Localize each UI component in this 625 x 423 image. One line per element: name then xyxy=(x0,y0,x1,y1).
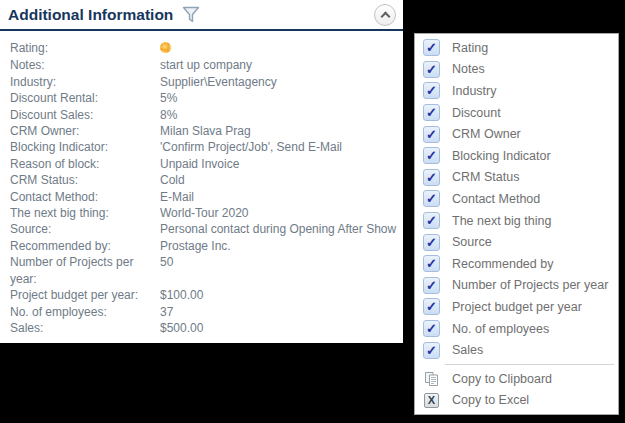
field-label: Project budget per year: xyxy=(10,287,160,303)
menu-item-project-budget-per-year[interactable]: ✓ Project budget per year xyxy=(417,296,616,318)
checkbox-checked-icon[interactable]: ✓ xyxy=(423,39,440,56)
panel-header: Additional Information xyxy=(0,0,403,31)
menu-item-number-of-projects-per-year[interactable]: ✓ Number of Projects per year xyxy=(417,275,616,297)
field-value: E-Mail xyxy=(160,189,399,205)
field-row-industry: Industry: Supplier\Eventagency xyxy=(10,74,399,90)
checkbox-checked-icon[interactable]: ✓ xyxy=(423,255,440,272)
field-value-text: Prostage Inc. xyxy=(160,239,231,253)
field-label: CRM Status: xyxy=(10,172,160,188)
menu-item-copy-to-clipboard[interactable]: Copy to Clipboard xyxy=(417,368,616,390)
field-label: Discount Sales: xyxy=(10,107,160,123)
field-row-contact-method: Contact Method: E-Mail xyxy=(10,189,399,205)
check-glyph: ✓ xyxy=(426,300,437,313)
field-row-number-of-projects-per-year: Number of Projects per year: 50 xyxy=(10,254,399,287)
field-label: Reason of block: xyxy=(10,156,160,172)
filter-icon[interactable] xyxy=(182,6,200,23)
checkbox-checked-icon[interactable]: ✓ xyxy=(423,320,440,337)
field-row-the-next-big-thing: The next big thing: World-Tour 2020 xyxy=(10,205,399,221)
menu-item-label: Copy to Clipboard xyxy=(452,372,552,386)
field-label: Number of Projects per year: xyxy=(10,254,160,287)
checkbox-checked-icon[interactable]: ✓ xyxy=(423,212,440,229)
field-value-text: 50 xyxy=(160,255,173,269)
field-value: start up company xyxy=(160,57,399,73)
check-glyph: ✓ xyxy=(426,344,437,357)
field-value-text: Cold xyxy=(160,173,185,187)
field-label: Sales: xyxy=(10,320,160,336)
menu-item-sales[interactable]: ✓ Sales xyxy=(417,339,616,361)
sun-icon xyxy=(160,42,171,53)
menu-item-discount[interactable]: ✓ Discount xyxy=(417,102,616,124)
field-value: Unpaid Invoice xyxy=(160,156,399,172)
field-value: 5% xyxy=(160,90,399,106)
menu-item-label: Sales xyxy=(452,343,483,357)
menu-item-crm-owner[interactable]: ✓ CRM Owner xyxy=(417,123,616,145)
check-glyph: ✓ xyxy=(426,128,437,141)
checkbox-checked-icon[interactable]: ✓ xyxy=(423,61,440,78)
field-label: Rating: xyxy=(10,40,160,57)
column-chooser-context-menu: ✓ Rating ✓ Notes xyxy=(414,33,619,415)
field-value-text: start up company xyxy=(160,58,252,72)
field-value: Milan Slava Prag xyxy=(160,123,399,139)
menu-item-contact-method[interactable]: ✓ Contact Method xyxy=(417,188,616,210)
field-value-text: E-Mail xyxy=(160,190,194,204)
menu-item-label: Recommended by xyxy=(452,257,553,271)
field-value-text: 8% xyxy=(160,108,177,122)
menu-item-label: Copy to Excel xyxy=(452,393,529,407)
check-glyph: ✓ xyxy=(426,84,437,97)
field-value-text: 37 xyxy=(160,305,173,319)
menu-item-notes[interactable]: ✓ Notes xyxy=(417,59,616,81)
field-row-crm-owner: CRM Owner: Milan Slava Prag xyxy=(10,123,399,139)
checkbox-checked-icon[interactable]: ✓ xyxy=(423,82,440,99)
field-value: 50 xyxy=(160,254,399,287)
field-label: The next big thing: xyxy=(10,205,160,221)
clipboard-icon xyxy=(423,370,440,387)
menu-item-industry[interactable]: ✓ Industry xyxy=(417,80,616,102)
field-row-rating: Rating: xyxy=(10,40,399,57)
check-glyph: ✓ xyxy=(426,257,437,270)
menu-separator xyxy=(445,364,614,365)
checkbox-checked-icon[interactable]: ✓ xyxy=(423,342,440,359)
menu-item-the-next-big-thing[interactable]: ✓ The next big thing xyxy=(417,210,616,232)
field-value-text: Unpaid Invoice xyxy=(160,157,239,171)
menu-item-label: Project budget per year xyxy=(452,300,582,314)
field-value: 8% xyxy=(160,107,399,123)
check-glyph: ✓ xyxy=(426,192,437,205)
menu-item-rating[interactable]: ✓ Rating xyxy=(417,37,616,59)
menu-item-copy-to-excel[interactable]: X Copy to Excel xyxy=(417,390,616,412)
menu-item-recommended-by[interactable]: ✓ Recommended by xyxy=(417,253,616,275)
field-value-text: 5% xyxy=(160,91,177,105)
field-value: 37 xyxy=(160,304,399,320)
checkbox-checked-icon[interactable]: ✓ xyxy=(423,298,440,315)
checkbox-checked-icon[interactable]: ✓ xyxy=(423,190,440,207)
checkbox-checked-icon[interactable]: ✓ xyxy=(423,104,440,121)
field-value: Cold xyxy=(160,172,399,188)
field-row-crm-status: CRM Status: Cold xyxy=(10,172,399,188)
menu-item-blocking-indicator[interactable]: ✓ Blocking Indicator xyxy=(417,145,616,167)
menu-item-no-of-employees[interactable]: ✓ No. of employees xyxy=(417,318,616,340)
checkbox-checked-icon[interactable]: ✓ xyxy=(423,169,440,186)
checkbox-checked-icon[interactable]: ✓ xyxy=(423,126,440,143)
field-row-source: Source: Personal contact during Opening … xyxy=(10,221,399,237)
field-label: No. of employees: xyxy=(10,304,160,320)
field-row-discount-rental: Discount Rental: 5% xyxy=(10,90,399,106)
menu-item-label: The next big thing xyxy=(452,214,551,228)
check-glyph: ✓ xyxy=(426,171,437,184)
collapse-button[interactable] xyxy=(374,4,396,26)
chevron-up-icon xyxy=(380,12,390,22)
field-row-blocking-indicator: Blocking Indicator: 'Confirm Project/Job… xyxy=(10,139,399,155)
check-glyph: ✓ xyxy=(426,149,437,162)
checkbox-checked-icon[interactable]: ✓ xyxy=(423,234,440,251)
field-label: Discount Rental: xyxy=(10,90,160,106)
menu-item-label: CRM Owner xyxy=(452,127,521,141)
excel-letter: X xyxy=(424,393,439,408)
field-label: Recommended by: xyxy=(10,238,160,254)
field-label: Source: xyxy=(10,221,160,237)
check-glyph: ✓ xyxy=(426,279,437,292)
menu-item-source[interactable]: ✓ Source xyxy=(417,231,616,253)
check-glyph: ✓ xyxy=(426,41,437,54)
field-row-reason-of-block: Reason of block: Unpaid Invoice xyxy=(10,156,399,172)
checkbox-checked-icon[interactable]: ✓ xyxy=(423,277,440,294)
excel-icon: X xyxy=(423,392,440,409)
checkbox-checked-icon[interactable]: ✓ xyxy=(423,147,440,164)
menu-item-crm-status[interactable]: ✓ CRM Status xyxy=(417,167,616,189)
